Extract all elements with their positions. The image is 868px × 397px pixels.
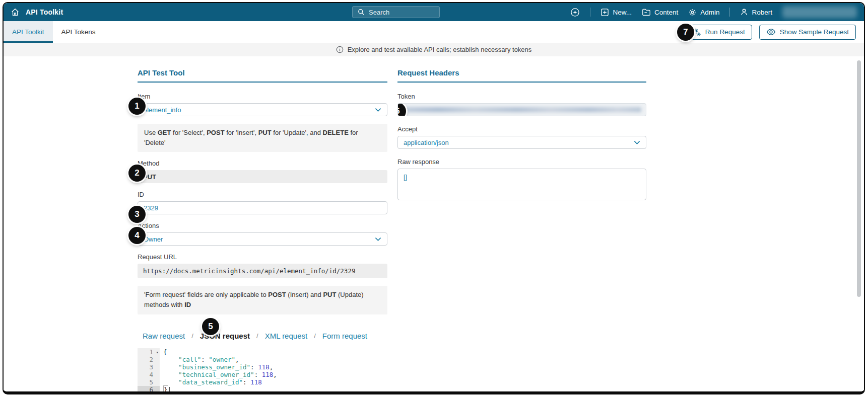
nav-divider: [729, 8, 730, 17]
tab-separator: /: [314, 332, 316, 340]
nav-item-new[interactable]: New...: [600, 8, 632, 17]
nav-admin-label: Admin: [700, 9, 719, 16]
note-text: Use: [144, 129, 158, 136]
tab-form-request[interactable]: Form request: [322, 332, 367, 340]
note-bold: DELETE: [323, 129, 349, 136]
redacted-token-value: [403, 107, 641, 112]
form-request-note: 'Form request' fields are only applicabl…: [138, 286, 387, 314]
line-number-empty: [138, 393, 160, 394]
item-field-group: Item 1 element_info: [138, 93, 387, 116]
annotation-badge-2: 2: [128, 165, 146, 182]
raw-response-textarea[interactable]: []: [397, 169, 646, 200]
method-field: 2 PUT: [138, 170, 387, 183]
note-bold: POST: [268, 291, 286, 298]
actions-select[interactable]: 4 Owner: [138, 232, 387, 246]
chevron-down-icon: [375, 237, 381, 242]
tab-api-tokens[interactable]: API Tokens: [53, 21, 104, 43]
id-label: ID: [138, 191, 387, 198]
accept-field-group: Accept application/json: [397, 125, 646, 149]
code-line-6: }: [163, 386, 387, 393]
note-bold: ID: [184, 301, 191, 308]
item-select[interactable]: 1 element_info: [138, 103, 387, 116]
accept-label: Accept: [397, 125, 646, 133]
chevron-down-icon: [375, 108, 381, 112]
show-sample-request-button[interactable]: Show Sample Request: [759, 25, 856, 40]
note-text: for 'Select',: [171, 129, 207, 136]
note-bold: GET: [158, 129, 171, 136]
line-number: 3: [138, 363, 160, 371]
tab-api-tokens-label: API Tokens: [61, 28, 96, 36]
folder-icon: [642, 8, 651, 16]
info-icon: [336, 46, 344, 53]
annotation-badge-4: 4: [128, 227, 146, 244]
tab-separator: /: [191, 332, 193, 340]
method-helper-note: Use GET for 'Select', POST for 'Insert',…: [138, 124, 387, 152]
line-number: 2: [138, 356, 160, 363]
accept-select[interactable]: application/json: [397, 136, 646, 149]
tab-api-toolkit-label: API Toolkit: [12, 28, 44, 36]
note-bold: POST: [207, 129, 224, 136]
line-number: 5: [138, 378, 160, 386]
scrollbar-thumb[interactable]: [857, 60, 861, 297]
app-window: API Toolkit Search: [3, 2, 865, 394]
redacted-user-surname: [782, 6, 857, 18]
run-request-label: Run Request: [705, 28, 745, 36]
code-line-2: "call": "owner",: [163, 356, 387, 363]
note-bold: PUT: [258, 129, 272, 136]
raw-response-field-group: Raw response []: [397, 158, 646, 200]
toolbar-actions: 7 Run Request Show Sample Request: [685, 21, 856, 43]
run-request-button[interactable]: 7 Run Request: [685, 25, 752, 40]
code-line-5: "data_steward_id": 118: [163, 378, 387, 386]
request-url-label: Request URL: [138, 253, 387, 261]
json-code-editor[interactable]: 1▾ 2 3 4 5 6 { "call": "owner", "busines…: [138, 348, 387, 394]
text-cursor: [169, 387, 170, 393]
actions-field-group: Actions 4 Owner: [138, 222, 387, 246]
annotation-badge-1: 1: [128, 98, 146, 115]
request-format-tabs: 5 Raw request / JSON request / XML reque…: [138, 332, 387, 340]
nav-item-admin[interactable]: Admin: [688, 8, 719, 17]
user-name-label: Robert: [752, 9, 772, 16]
assistant-icon[interactable]: [570, 8, 580, 17]
tab-bar: API Toolkit API Tokens 7 Run Request: [4, 21, 864, 43]
search-icon: [358, 9, 365, 16]
main-content: API Test Tool Item 1 element_info Use GE…: [4, 56, 864, 394]
tab-separator: /: [256, 332, 258, 340]
raw-response-label: Raw response: [397, 158, 646, 166]
code-line-4: "technical_owner_id": 118,: [163, 371, 387, 378]
tab-xml-request[interactable]: XML request: [265, 332, 308, 340]
tab-api-toolkit[interactable]: API Toolkit: [4, 21, 53, 43]
id-input[interactable]: [138, 201, 387, 214]
note-bold: PUT: [323, 291, 336, 298]
code-line-3: "business_owner_id": 118,: [163, 363, 387, 371]
nav-new-label: New...: [613, 9, 632, 16]
request-headers-section: Request Headers Token 6 Accept applicati…: [397, 68, 646, 394]
user-icon: [740, 8, 748, 16]
line-number-active: 6: [138, 386, 160, 393]
note-text: for 'Update', and: [272, 129, 323, 136]
tab-raw-request[interactable]: Raw request: [143, 332, 185, 340]
line-number: 4: [138, 371, 160, 378]
chevron-down-icon: [634, 140, 640, 145]
show-sample-request-label: Show Sample Request: [780, 28, 849, 36]
token-input[interactable]: 6: [397, 103, 646, 116]
item-select-value: element_info: [144, 106, 181, 114]
home-icon[interactable]: [11, 8, 20, 17]
actions-label: Actions: [138, 222, 387, 229]
editor-code-area[interactable]: { "call": "owner", "business_owner_id": …: [160, 348, 387, 394]
search-input[interactable]: Search: [352, 6, 440, 18]
user-menu[interactable]: Robert: [740, 8, 772, 16]
token-label: Token: [397, 93, 646, 100]
info-banner-text: Explore and test available API calls; es…: [348, 46, 532, 53]
method-label: Method: [138, 160, 387, 167]
annotation-badge-3: 3: [128, 206, 146, 223]
method-field-group: Method 2 PUT: [138, 160, 387, 183]
annotation-badge-6: 6: [397, 103, 406, 116]
nav-content-label: Content: [654, 9, 678, 16]
section-heading-request-headers: Request Headers: [397, 68, 646, 83]
section-heading-api-test-tool: API Test Tool: [138, 68, 387, 83]
api-test-tool-section: API Test Tool Item 1 element_info Use GE…: [138, 68, 387, 394]
fold-caret-icon[interactable]: ▾: [156, 349, 159, 356]
nav-item-content[interactable]: Content: [642, 8, 678, 16]
id-field-group: ID 3: [138, 191, 387, 214]
nav-divider: [590, 8, 590, 17]
